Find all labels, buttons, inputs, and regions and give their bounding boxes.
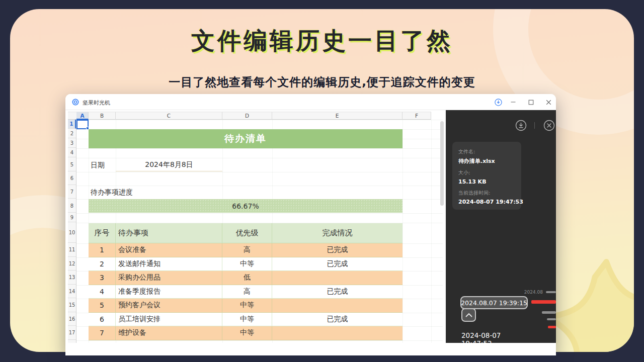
row-header-2[interactable]: 2 [68,129,76,138]
table-cell [272,271,403,285]
app-title: 坚果时光机 [83,99,110,107]
table-cell: 预约客户会议 [116,299,222,313]
table-row: 6员工培训安排中等已完成 [89,313,403,327]
table-cell: 高 [222,285,272,299]
window-content: ABCDEF 1234567891011121314151617 待办清单 日期… [65,110,556,343]
table-cell: 发送邮件通知 [116,257,222,272]
table-cell: 3 [89,271,116,285]
row-header-7[interactable]: 7 [68,186,76,199]
row-header-15[interactable]: 15 [68,299,76,312]
date-value: 2024年8月8日 [116,158,222,171]
table-row: 1会议准备高已完成 [89,243,403,257]
row-header-5[interactable]: 5 [68,158,76,171]
table-cell: 低 [222,271,272,285]
column-header-C[interactable]: C [116,112,222,120]
timeline-tooltip[interactable]: 2024.08.07 19:39:15 [460,296,528,309]
table-cell: 中等 [222,313,272,327]
close-button[interactable] [543,97,553,107]
table-row: 4准备季度报告高已完成 [89,285,403,299]
todo-table: 序号待办事项优先级完成情况 1会议准备高已完成2发送邮件通知中等已完成3采购办公… [89,223,403,340]
app-window: 坚果时光机 ABCDEF 1234567891011121314151617 待… [65,94,556,355]
timeline-bar-gray[interactable] [542,311,556,314]
table-row: 3采购办公用品低 [89,271,403,285]
table-cell: 7 [89,326,116,340]
row-header-3[interactable]: 3 [68,139,76,148]
table-header-cell: 优先级 [222,223,272,243]
file-name-label: 文件名: [458,148,515,155]
column-header-B[interactable]: B [89,112,116,120]
page-subtitle: 一目了然地查看每个文件的编辑历史,便于追踪文件的变更 [0,74,644,90]
file-size-label: 大小: [458,169,515,176]
table-cell: 已完成 [272,243,403,257]
table-row: 7维护设备中等 [89,326,403,340]
row-header-4[interactable]: 4 [68,148,76,157]
row-header-16[interactable]: 16 [68,313,76,326]
table-cell: 2 [89,257,116,272]
table-cell: 已完成 [272,313,403,327]
progress-label: 待办事项进度 [91,186,133,199]
update-icon[interactable] [493,97,503,107]
table-cell: 准备季度报告 [116,285,222,299]
table-cell: 高 [222,243,272,257]
row-header-14[interactable]: 14 [68,285,76,299]
row-header-12[interactable]: 12 [68,257,76,271]
table-cell: 会议准备 [116,243,222,257]
sheet-banner-title: 待办清单 [89,129,403,148]
column-header-E[interactable]: E [272,112,403,120]
table-row: 2发送邮件通知中等已完成 [89,257,403,272]
download-icon[interactable] [515,120,527,131]
timeline-bar-red[interactable] [531,300,556,304]
star-decoration [551,258,634,352]
date-label: 日期 [91,158,105,172]
table-cell: 1 [89,243,116,257]
column-header-A[interactable]: A [76,112,89,120]
row-header-9[interactable]: 9 [68,213,76,222]
file-info-card: 文件名: 待办清单.xlsx 大小: 15.13 KB 当前选择时间: 2024… [452,142,521,210]
row-header-11[interactable]: 11 [68,243,76,257]
timeline-bar-gray[interactable] [547,318,556,320]
chevron-up-button[interactable] [461,308,476,322]
table-cell [272,299,403,313]
page-title: 文件编辑历史一目了然 [0,25,644,57]
app-logo-icon [72,99,79,106]
table-cell: 中等 [222,299,272,313]
table-cell: 已完成 [272,257,403,272]
selected-cell-a1[interactable] [76,120,89,129]
table-cell: 4 [89,285,116,299]
table-cell: 维护设备 [116,326,222,340]
table-cell: 员工培训安排 [116,313,222,327]
table-cell [272,326,403,340]
history-panel: 文件名: 待办清单.xlsx 大小: 15.13 KB 当前选择时间: 2024… [446,110,556,343]
spreadsheet: ABCDEF 1234567891011121314151617 待办清单 日期… [65,110,446,343]
table-cell: 6 [89,313,116,327]
file-name-value: 待办清单.xlsx [458,157,515,165]
table-header-cell: 待办事项 [116,223,222,243]
timeline-bar-gray[interactable] [546,291,556,293]
column-header-F[interactable]: F [403,112,431,120]
row-header-13[interactable]: 13 [68,271,76,285]
minimize-button[interactable] [508,97,518,107]
table-cell: 5 [89,299,116,313]
selected-time-label: 当前选择时间: [458,190,515,197]
selected-time-value: 2024-08-07 19:47:53 [458,199,515,205]
row-header-8[interactable]: 8 [68,199,76,213]
row-header-17[interactable]: 17 [68,326,76,340]
file-size-value: 15.13 KB [458,178,515,185]
table-cell: 已完成 [272,285,403,299]
row-header-1[interactable]: 1 [68,120,76,129]
panel-close-icon[interactable] [543,120,555,131]
column-header-D[interactable]: D [222,112,272,120]
maximize-button[interactable] [526,97,536,107]
timeline-selected-date: 2024-08-07 [461,331,501,339]
row-header-6[interactable]: 6 [68,172,76,185]
timeline-bar-red[interactable] [548,326,556,328]
table-row: 5预约客户会议中等 [89,299,403,313]
icon-divider [534,122,535,129]
progress-bar: 66.67% [89,199,403,213]
table-cell: 中等 [222,326,272,340]
table-header-cell: 序号 [89,223,116,243]
vertical-scrollbar[interactable] [440,121,444,206]
row-header-10[interactable]: 10 [68,223,76,243]
table-header-cell: 完成情况 [272,223,403,243]
table-cell: 采购办公用品 [116,271,222,285]
